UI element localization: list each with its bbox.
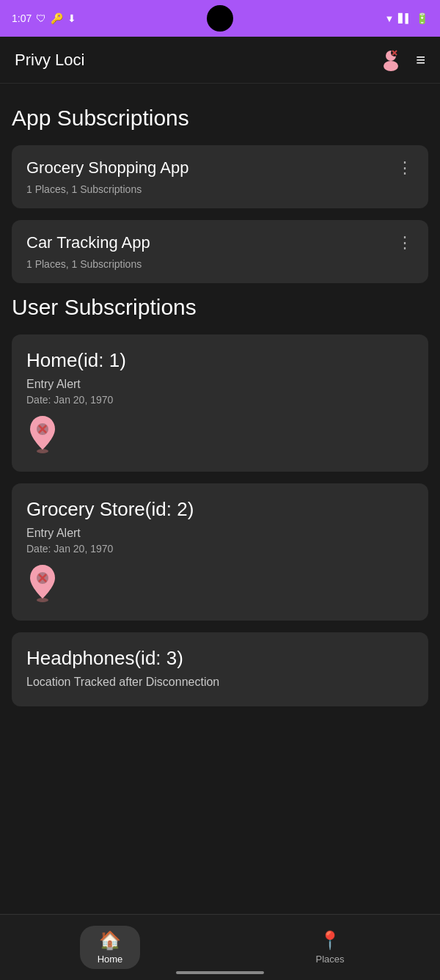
home-card-date: Date: Jan 20, 1970 <box>26 394 414 406</box>
app-bar-actions: ≡ <box>378 47 425 73</box>
main-content: App Subscriptions Grocery Shopping App ⋮… <box>0 84 440 791</box>
home-subscription-card[interactable]: Home(id: 1) Entry Alert Date: Jan 20, 19… <box>12 334 428 472</box>
places-nav-icon: 📍 <box>319 930 341 951</box>
status-bar-left: 1:07 🛡 🔑 ⬇ <box>12 12 76 24</box>
card-header: Grocery Shopping App ⋮ <box>26 158 414 178</box>
camera-notch <box>207 5 233 32</box>
grocery-app-subtitle: 1 Places, 1 Subscriptions <box>26 183 414 195</box>
grocery-store-subscription-card[interactable]: Grocery Store(id: 2) Entry Alert Date: J… <box>12 483 428 621</box>
wifi-icon: ▼ <box>385 13 395 24</box>
grocery-location-pin-icon <box>26 563 59 603</box>
avatar-icon[interactable] <box>378 47 404 73</box>
grocery-store-card-date: Date: Jan 20, 1970 <box>26 543 414 555</box>
grocery-store-card-title: Grocery Store(id: 2) <box>26 498 414 521</box>
battery-icon: 🔋 <box>416 12 428 24</box>
home-indicator <box>176 971 264 974</box>
app-bar-title: Privy Loci <box>15 51 84 70</box>
status-bar: 1:07 🛡 🔑 ⬇ ▼ ▋▌ 🔋 <box>0 0 440 37</box>
home-card-title: Home(id: 1) <box>26 349 414 372</box>
bottom-nav: 🏠 Home 📍 Places <box>0 914 440 980</box>
nav-home[interactable]: 🏠 Home <box>0 920 220 975</box>
headphones-card-title: Headphones(id: 3) <box>26 647 414 670</box>
svg-point-1 <box>384 61 398 71</box>
app-bar: Privy Loci ≡ <box>0 37 440 84</box>
car-app-title: Car Tracking App <box>26 233 150 252</box>
headphones-card-type: Location Tracked after Disconnection <box>26 676 414 689</box>
home-location-pin-icon <box>26 414 59 454</box>
headphones-subscription-card[interactable]: Headphones(id: 3) Location Tracked after… <box>12 632 428 706</box>
card-header-2: Car Tracking App ⋮ <box>26 233 414 252</box>
download-icon: ⬇ <box>67 12 76 24</box>
shield-icon: 🛡 <box>36 12 46 24</box>
places-nav-label: Places <box>315 954 344 965</box>
grocery-app-title: Grocery Shopping App <box>26 158 188 178</box>
car-tracking-card[interactable]: Car Tracking App ⋮ 1 Places, 1 Subscript… <box>12 220 428 283</box>
app-subscriptions-title: App Subscriptions <box>12 106 428 131</box>
status-bar-right: ▼ ▋▌ 🔋 <box>385 12 428 24</box>
home-nav-icon: 🏠 <box>99 930 121 951</box>
home-nav-label: Home <box>98 954 123 965</box>
grocery-app-menu-button[interactable]: ⋮ <box>397 160 414 176</box>
grocery-shopping-card[interactable]: Grocery Shopping App ⋮ 1 Places, 1 Subsc… <box>12 145 428 208</box>
car-app-menu-button[interactable]: ⋮ <box>397 235 414 251</box>
user-subscriptions-title: User Subscriptions <box>12 295 428 320</box>
signal-icon: ▋▌ <box>398 13 411 23</box>
key-icon: 🔑 <box>51 12 63 24</box>
nav-places[interactable]: 📍 Places <box>220 924 440 970</box>
status-time: 1:07 <box>12 12 32 24</box>
grocery-store-card-type: Entry Alert <box>26 527 414 540</box>
hamburger-menu-icon[interactable]: ≡ <box>416 51 425 70</box>
home-card-type: Entry Alert <box>26 378 414 391</box>
car-app-subtitle: 1 Places, 1 Subscriptions <box>26 258 414 270</box>
